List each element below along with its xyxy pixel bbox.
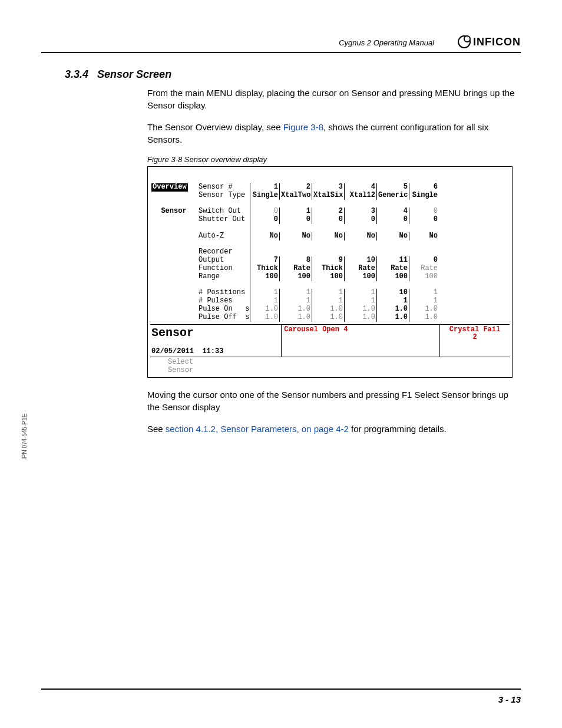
col5-num: 5: [377, 183, 409, 192]
paragraph-4: See section 4.1.2, Sensor Parameters, on…: [147, 423, 521, 435]
page-number: 3 - 13: [498, 694, 521, 704]
status-bar: Sensor 02/05/2011 11:33 Carousel Open 4 …: [150, 324, 510, 357]
section-title: Sensor Screen: [97, 68, 171, 80]
brand-logo: INFICON: [458, 35, 521, 48]
timestamp: 02/05/2011 11:33: [151, 348, 279, 356]
brand-name: INFICON: [473, 36, 521, 48]
screen-name: Sensor: [151, 326, 279, 340]
tab-sensor: Sensor: [150, 207, 197, 216]
label-range: Range: [197, 273, 250, 281]
section-heading: 3.3.4 Sensor Screen: [65, 68, 521, 81]
page-footer: 3 - 13: [41, 689, 521, 704]
overview-table: Overview Sensor # 1 2 3 4 5 6 Sensor Typ…: [150, 183, 510, 322]
label-recorder: Recorder: [197, 248, 250, 256]
paragraph-2: The Sensor Overview display, see Figure …: [147, 121, 521, 146]
page-header: Cygnus 2 Operating Manual INFICON: [41, 35, 521, 53]
col6-num: 6: [409, 183, 439, 192]
crystal-fail-status: Crystal Fail 2: [440, 325, 510, 357]
col4-num: 4: [345, 183, 377, 192]
col2-num: 2: [280, 183, 312, 192]
label-pulse-off: Pulse Off s: [197, 314, 250, 322]
col1-num: 1: [250, 183, 280, 192]
label-shutter-out: Shutter Out: [197, 216, 250, 224]
doc-title: Cygnus 2 Operating Manual: [339, 38, 434, 48]
label-auto-z: Auto-Z: [197, 232, 250, 241]
paragraph-1: From the main MENU display, placing the …: [147, 87, 521, 111]
label-pulse-on: Pulse On s: [197, 305, 250, 314]
label-output: Output: [197, 256, 250, 265]
label-positions: # Positions: [197, 289, 250, 297]
label-sensor-num: Sensor #: [197, 183, 250, 192]
label-switch-out: Switch Out: [197, 207, 250, 216]
label-pulses: # Pulses: [197, 297, 250, 305]
label-sensor-type: Sensor Type: [197, 192, 250, 200]
softkey-f1: Select Sensor: [150, 357, 510, 375]
figure-link[interactable]: Figure 3-8: [283, 122, 323, 132]
inficon-icon: [458, 35, 471, 48]
tab-overview: Overview: [151, 183, 188, 192]
paragraph-3: Moving the cursor onto one of the Sensor…: [147, 388, 521, 413]
col3-num: 3: [312, 183, 345, 192]
section-number: 3.3.4: [65, 68, 88, 80]
section-link[interactable]: section 4.1.2, Sensor Parameters, on pag…: [166, 424, 349, 434]
figure-caption: Figure 3-8 Sensor overview display: [147, 155, 521, 164]
carousel-status: Carousel Open 4: [282, 325, 440, 357]
ipn-label: IPN 074-545-P1E: [21, 414, 28, 460]
label-function: Function: [197, 265, 250, 273]
sensor-overview-figure: Overview Sensor # 1 2 3 4 5 6 Sensor Typ…: [147, 166, 513, 378]
